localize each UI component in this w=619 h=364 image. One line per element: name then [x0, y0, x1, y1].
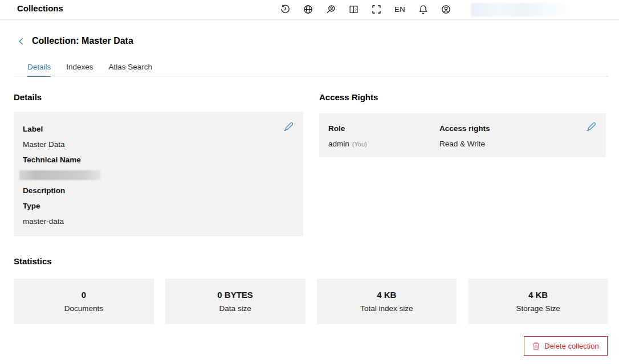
stat-value: 0: [82, 290, 86, 300]
field-label-label: Label: [23, 121, 294, 137]
field-technical-name-value-row: [23, 167, 294, 183]
stat-card-storage-size: 4 KB Storage Size: [468, 279, 608, 324]
history-icon[interactable]: [280, 5, 290, 14]
stat-card-data-size: 0 BYTES Data size: [165, 279, 306, 324]
role-column: Role admin (You): [328, 121, 367, 152]
tab-indexes[interactable]: Indexes: [66, 63, 93, 77]
field-technical-name-label: Technical Name: [23, 152, 294, 167]
role-header: Role: [328, 121, 367, 136]
field-type-label: Type: [23, 198, 294, 214]
field-description-label: Description: [23, 183, 294, 198]
globe-icon[interactable]: [303, 5, 313, 14]
stat-card-total-index-size: 4 KB Total index size: [317, 279, 457, 324]
access-rights-column: Access rights Read & Write: [439, 121, 490, 152]
field-type-value: master-data: [23, 214, 294, 229]
stat-label: Total index size: [360, 304, 413, 313]
role-value-row: admin (You): [328, 136, 367, 152]
tab-divider: [14, 76, 608, 76]
access-rights-card: Role admin (You) Access rights Read & Wr…: [319, 113, 606, 157]
role-you-suffix: (You): [352, 141, 367, 148]
access-rights-section-heading: Access Rights: [319, 92, 378, 102]
tab-bar: Details Indexes Atlas Search: [27, 63, 152, 77]
account-icon[interactable]: [441, 5, 451, 14]
tab-details[interactable]: Details: [27, 63, 51, 77]
role-value: admin: [328, 140, 349, 148]
page-title-row: Collection: Master Data: [17, 36, 133, 46]
app-title: Collections: [17, 3, 63, 13]
edit-access-rights-icon[interactable]: [586, 121, 597, 132]
statistics-row: 0 Documents 0 BYTES Data size 4 KB Total…: [14, 279, 608, 324]
stat-card-documents: 0 Documents: [14, 279, 154, 324]
documentation-icon[interactable]: ?: [349, 5, 359, 14]
back-button[interactable]: [17, 37, 26, 46]
fullscreen-icon[interactable]: [372, 5, 381, 14]
redacted-technical-name: [19, 170, 101, 180]
access-rights-value: Read & Write: [439, 136, 490, 152]
stat-label: Data size: [219, 304, 251, 313]
page-title: Collection: Master Data: [32, 36, 133, 46]
details-card: Label Master Data Technical Name Descrip…: [14, 112, 303, 236]
trash-icon: [532, 342, 540, 350]
redacted-username: [471, 3, 566, 17]
statistics-section-heading: Statistics: [14, 256, 52, 266]
stat-value: 0 BYTES: [217, 290, 253, 300]
access-rights-header: Access rights: [439, 121, 490, 136]
svg-text:?: ?: [354, 7, 357, 13]
edit-details-icon[interactable]: [283, 121, 294, 132]
delete-collection-label: Delete collection: [544, 342, 598, 350]
stat-label: Documents: [64, 304, 103, 313]
notifications-icon[interactable]: [418, 5, 428, 14]
stat-value: 4 KB: [377, 290, 396, 300]
details-section-heading: Details: [14, 92, 42, 102]
stat-value: 4 KB: [528, 290, 548, 300]
field-label-value: Master Data: [23, 137, 294, 152]
app-window: Collections: [0, 0, 619, 364]
stat-label: Storage Size: [516, 304, 560, 313]
app-bar-actions: ? EN: [280, 0, 566, 19]
app-bar: Collections: [0, 0, 619, 19]
delete-collection-button[interactable]: Delete collection: [524, 336, 608, 356]
user-search-icon[interactable]: [326, 5, 336, 14]
tab-atlas-search[interactable]: Atlas Search: [109, 63, 153, 77]
language-selector[interactable]: EN: [394, 5, 405, 14]
